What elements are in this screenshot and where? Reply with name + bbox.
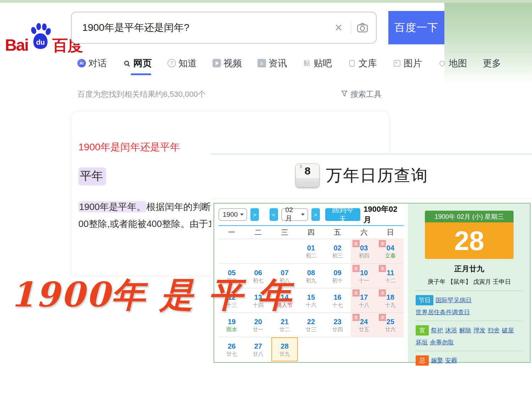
calendar-day-cell-11[interactable]: 末11十二 [377, 264, 404, 288]
tab-视频[interactable]: 视频 [212, 56, 242, 70]
yi-link[interactable]: 扫舍 [488, 326, 500, 334]
tab-图片[interactable]: 图片 [393, 56, 422, 70]
month-select[interactable]: 02月 [281, 208, 308, 221]
tab-网页[interactable]: 网页 [122, 56, 152, 70]
calendar-day-cell-10[interactable]: 末10十一 [351, 264, 377, 288]
calendar-day-cell-26[interactable]: 26廿七 [218, 337, 245, 361]
day-lunar-label: 廿六 [385, 327, 396, 332]
search-submit-button[interactable]: 百度一下 [388, 11, 444, 44]
calendar-day-cell-01[interactable]: 01初二 [298, 239, 325, 264]
festival-link[interactable]: 世界居住条件调查日 [416, 308, 470, 316]
image-icon [393, 59, 401, 67]
weekend-badge: 末 [353, 265, 360, 272]
day-number: 15 [307, 294, 315, 301]
yi-link[interactable]: 坏垣 [416, 338, 428, 347]
calendar-day-cell-28[interactable]: 28廿九 [271, 337, 298, 361]
results-count: 百度为您找到相关结果约6,530,000个 [77, 89, 206, 100]
day-number: 27 [254, 343, 262, 350]
day-number: 08 [307, 269, 315, 276]
day-detail-panel: 1900年 02月 (小) 星期三 28 正月廿九 庚子年 【鼠年】 戊寅月 壬… [408, 204, 530, 362]
day-number: 19 [228, 318, 235, 325]
day-number: 02 [333, 244, 341, 251]
calendar-day-cell-18[interactable]: 末18十九 [377, 288, 404, 312]
day-lunar-label: 雨水 [226, 327, 237, 332]
tab-label: 文库 [359, 57, 377, 70]
ganzhi-line: 庚子年 【鼠年】 戊寅月 壬申日 [416, 278, 523, 286]
tab-label: 地图 [449, 57, 467, 70]
day-number: 28 [281, 343, 288, 350]
festival-link[interactable]: 国际罕见病日 [436, 296, 472, 304]
day-lunar-label: 初四 [359, 253, 369, 258]
day-lunar-label: 廿一 [253, 327, 264, 332]
ji-link[interactable]: 安葬 [445, 356, 457, 365]
yi-link[interactable]: 破屋 [502, 326, 514, 334]
calendar-day-cell-09[interactable]: 09初十 [324, 264, 351, 288]
day-number: 25 [387, 318, 394, 325]
header-divider [211, 199, 532, 199]
clear-icon[interactable]: × [330, 20, 347, 35]
day-lunar-label: 十一 [359, 278, 369, 283]
calendar-widget-title: 万年日历查询 [326, 165, 428, 187]
day-lunar-label: 十七 [332, 302, 343, 307]
weekend-badge: 末 [379, 289, 386, 297]
wenku-icon [348, 59, 356, 67]
day-lunar-label: 初十 [332, 278, 343, 283]
calendar-day-cell-23[interactable]: 23廿四 [324, 313, 351, 337]
camera-icon[interactable] [355, 23, 370, 33]
yi-link[interactable]: 祭祀 [431, 326, 443, 334]
weekend-badge: 末 [379, 265, 386, 272]
result-title-link[interactable]: 1900年是闰年还是平年 [78, 140, 389, 154]
yi-link[interactable]: 解除 [459, 326, 471, 334]
month-next-button[interactable]: > [311, 208, 320, 221]
weekend-badge: 末 [353, 289, 360, 297]
logo-bai-text: Bai [5, 37, 28, 53]
ji-link[interactable]: 嫁娶 [431, 356, 443, 365]
calendar-day-cell-04[interactable]: 末04立春 [377, 239, 404, 264]
empty-cell [245, 239, 272, 264]
tab-资讯[interactable]: ≡资讯 [257, 56, 287, 70]
calendar-day-cell-03[interactable]: 末03初四 [351, 239, 377, 264]
festival-badge: 节日 [416, 295, 433, 305]
year-next-button[interactable]: > [250, 208, 259, 221]
calendar-day-cell-02[interactable]: 02初三 [324, 239, 351, 264]
calendar-day-cell-27[interactable]: 27廿八 [245, 337, 272, 361]
search-input[interactable]: 1900年是平年还是闰年? [82, 21, 330, 34]
yi-link[interactable]: 理发 [473, 326, 486, 334]
day-number: 10 [360, 269, 368, 276]
tab-label: 网页 [133, 57, 152, 70]
day-number: 01 [307, 244, 315, 251]
day-lunar-label: 立春 [385, 253, 396, 258]
tab-对话[interactable]: AI对话 [77, 56, 107, 70]
year-select[interactable]: 1900 [218, 208, 247, 221]
calendar-day-cell-16[interactable]: 16十七 [324, 288, 351, 312]
calendar-day-cell-25[interactable]: 末25廿六 [377, 313, 404, 337]
calendar-day-cell-15[interactable]: 15十六 [298, 288, 325, 312]
weekend-badge: 末 [353, 240, 360, 247]
day-lunar-label: 十二 [385, 278, 396, 283]
back-to-today-button[interactable]: 回到今天 [325, 208, 361, 221]
search-tools[interactable]: 搜索工具 [341, 89, 382, 100]
empty-cell [218, 239, 245, 264]
tab-地图[interactable]: 地图 [438, 56, 467, 70]
tab-文库[interactable]: 文库 [348, 56, 377, 70]
day-lunar-label: 廿八 [253, 351, 264, 356]
answer-highlight: 平年 [78, 167, 106, 185]
calendar-day-cell-17[interactable]: 末17十八 [351, 288, 377, 312]
yi-link[interactable]: 沐浴 [445, 326, 457, 334]
day-lunar-label: 十九 [385, 302, 396, 307]
day-number: 22 [307, 318, 315, 325]
month-prev-button[interactable]: < [270, 208, 278, 221]
day-lunar-label: 廿四 [332, 327, 343, 332]
calendar-day-cell-22[interactable]: 22廿三 [298, 313, 325, 337]
tab-更多[interactable]: 更多 [483, 56, 501, 70]
calendar-day-cell-08[interactable]: 08初九 [298, 264, 325, 288]
yi-link[interactable]: 余事勿取 [430, 338, 454, 347]
calendar-icon-day: 8 [296, 164, 319, 178]
chevron-down-icon [240, 214, 244, 216]
current-month-label: 1900年02月 [364, 204, 404, 225]
day-lunar-label: 十八 [359, 302, 369, 307]
empty-cell [351, 337, 377, 361]
tab-知道[interactable]: ?知道 [167, 56, 197, 70]
calendar-day-cell-24[interactable]: 末24廿五 [351, 313, 377, 337]
tab-贴吧[interactable]: 贴贴吧 [303, 56, 332, 70]
